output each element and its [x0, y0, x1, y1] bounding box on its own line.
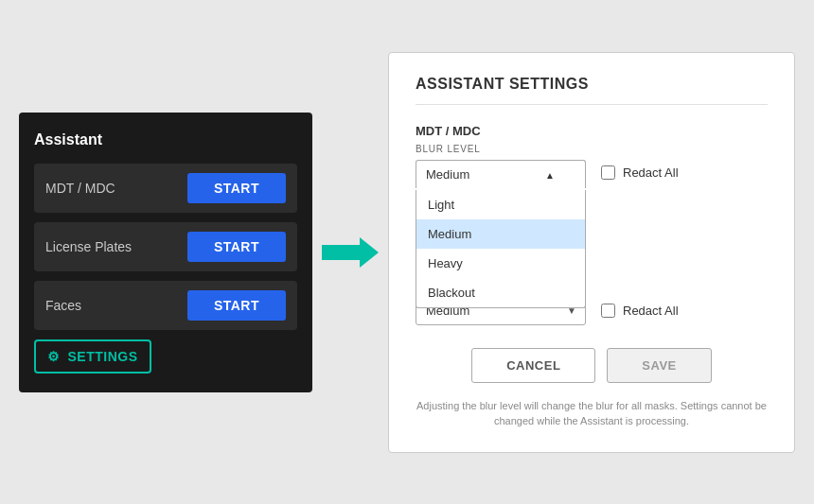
faces-row: Faces START [34, 281, 297, 330]
mdt-start-button[interactable]: START [187, 173, 286, 203]
faces-redact-label: Redact All [623, 304, 679, 318]
mdt-dropdown-header[interactable]: Medium [416, 160, 586, 188]
mdt-dropdown-list: Light Medium Heavy Blackout [416, 190, 586, 308]
faces-redact-checkbox[interactable] [601, 304, 615, 318]
dropdown-option-medium[interactable]: Medium [416, 219, 585, 249]
faces-redact-row: Redact All [601, 304, 679, 318]
gear-icon: ⚙ [47, 349, 61, 364]
mdt-dropdown-container: Medium Light Medium Heavy Blackout [416, 160, 586, 188]
mdt-redact-checkbox[interactable] [601, 165, 615, 180]
mdt-redact-label: Redact All [623, 165, 679, 180]
mdt-label: MDT / MDC [45, 181, 115, 196]
svg-marker-0 [322, 237, 379, 268]
right-panel: ASSISTANT SETTINGS MDT / MDC BLUR LEVEL … [388, 52, 795, 453]
dropdown-option-heavy[interactable]: Heavy [416, 249, 585, 278]
license-plates-label: License Plates [45, 239, 132, 254]
settings-button-label: SETTINGS [68, 349, 138, 364]
faces-start-button[interactable]: START [187, 290, 286, 321]
settings-title: ASSISTANT SETTINGS [416, 76, 768, 105]
dropdown-option-blackout[interactable]: Blackout [416, 278, 585, 307]
faces-label: Faces [45, 298, 81, 313]
mdt-dropdown-row: Medium Light Medium Heavy Blackout Redac… [416, 160, 768, 192]
footer-note: Adjusting the blur level will change the… [416, 398, 768, 429]
mdt-redact-row: Redact All [601, 165, 679, 180]
arrow-icon [322, 234, 379, 271]
mdt-dropdown-value: Medium [426, 167, 469, 182]
cancel-button[interactable]: CANCEL [471, 348, 595, 383]
chevron-up-icon [545, 167, 555, 182]
mdt-section-label: MDT / MDC [416, 124, 768, 138]
button-row: CANCEL SAVE [416, 348, 768, 383]
license-plates-row: License Plates START [34, 222, 297, 271]
mdt-row: MDT / MDC START [34, 164, 297, 213]
panel-title: Assistant [34, 131, 297, 148]
arrow-container [312, 234, 388, 271]
license-plates-start-button[interactable]: START [187, 232, 286, 262]
left-panel: Assistant MDT / MDC START License Plates… [19, 113, 312, 392]
mdt-blur-label: BLUR LEVEL [416, 144, 768, 154]
dropdown-option-light[interactable]: Light [416, 190, 585, 219]
settings-button[interactable]: ⚙ SETTINGS [34, 339, 151, 374]
save-button[interactable]: SAVE [607, 348, 711, 383]
